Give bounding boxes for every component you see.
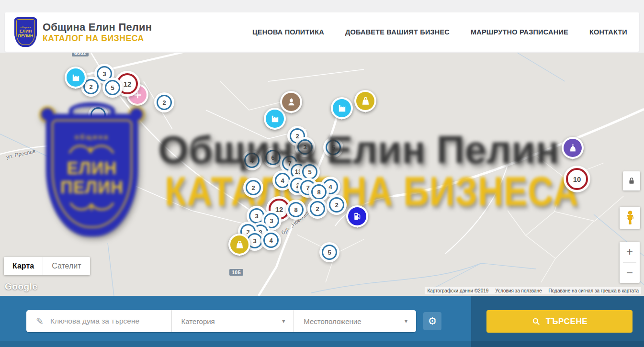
zoom-in-button[interactable]: + <box>620 242 640 262</box>
map-canvas[interactable]: КАТАЛОГ НА БИЗНЕСА Община Елин Пелин общ… <box>0 53 644 296</box>
advanced-settings-button[interactable]: ⚙ <box>423 312 441 330</box>
search-button-label: ТЪРСЕНЕ <box>546 317 588 326</box>
logo-top-text: община <box>20 26 31 29</box>
bag-pin[interactable] <box>354 90 376 112</box>
cluster-marker[interactable]: 2 <box>246 180 261 195</box>
location-select[interactable]: Местоположение ▾ <box>294 310 416 332</box>
crest-name-line2: ПЕЛИН <box>60 178 124 197</box>
street-view-pegman[interactable] <box>620 207 640 229</box>
map-type-control: Карта Сателит <box>4 257 90 275</box>
cluster-marker[interactable]: 2 <box>157 95 172 110</box>
search-fields: ✎ Категория ▾ Местоположение ▾ <box>26 310 416 332</box>
factory-icon <box>67 68 85 87</box>
cluster-marker[interactable]: 2 <box>329 197 344 213</box>
logo-line2: ПЕЛИН <box>18 34 34 38</box>
main-nav: ЦЕНОВА ПОЛИТИКАДОБАВЕТЕ ВАШИЯТ БИЗНЕСМАР… <box>252 28 639 36</box>
pegman-icon <box>624 210 636 225</box>
worker-icon <box>282 93 300 111</box>
fuel-pin[interactable] <box>346 205 368 227</box>
factory-pin[interactable] <box>331 97 353 119</box>
church-icon <box>564 139 582 157</box>
location-value: Местоположение <box>304 317 361 325</box>
search-input[interactable] <box>49 316 171 326</box>
municipality-logo: община ЕЛИН ПЕЛИН <box>14 17 37 47</box>
attribution-item: Картографски данни ©2019 <box>425 287 491 294</box>
church-pin[interactable] <box>562 137 584 159</box>
road-shield-label: 105 <box>229 269 243 276</box>
watermark-title: Община Елин Пелин <box>158 127 559 172</box>
fuel-icon <box>348 207 366 225</box>
pin-body <box>280 91 302 113</box>
category-select[interactable]: Категория ▾ <box>172 310 294 332</box>
bag-icon <box>230 235 249 254</box>
zoom-out-button[interactable]: − <box>620 263 640 283</box>
google-logo[interactable]: Google <box>5 281 37 292</box>
search-icon <box>531 317 541 326</box>
nav-item[interactable]: ДОБАВЕТЕ ВАШИЯТ БИЗНЕС <box>345 28 450 36</box>
cluster-marker[interactable]: 8 <box>288 202 304 217</box>
gear-icon: ⚙ <box>428 315 437 327</box>
worker-pin[interactable] <box>280 91 302 113</box>
map-type-satellite-button[interactable]: Сателит <box>43 257 90 275</box>
lock-button[interactable] <box>623 171 640 190</box>
logo-line1: ЕЛИН <box>20 29 32 34</box>
padlock-icon <box>627 176 636 186</box>
chevron-down-icon: ▾ <box>405 318 407 325</box>
crest-flourish <box>66 143 118 157</box>
search-button[interactable]: ТЪРСЕНЕ <box>486 310 633 333</box>
chevron-down-icon: ▾ <box>282 318 285 325</box>
brand-title: Община Елин Пелин <box>43 22 152 33</box>
crest-name-line1: ЕЛИН <box>67 159 117 178</box>
pin-body <box>562 137 584 159</box>
nav-item[interactable]: ЦЕНОВА ПОЛИТИКА <box>252 28 324 36</box>
category-value: Категория <box>181 317 215 325</box>
cluster-marker[interactable]: 4 <box>275 173 290 188</box>
zoom-control: + − <box>620 242 640 283</box>
watermark-subtitle: КАТАЛОГ НА БИЗНЕСА <box>165 168 579 215</box>
cluster-marker[interactable]: 8 <box>311 184 327 200</box>
header: община ЕЛИН ПЕЛИН Община Елин Пелин КАТА… <box>5 12 639 52</box>
cluster-marker[interactable]: 4 <box>263 233 279 248</box>
brand[interactable]: община ЕЛИН ПЕЛИН Община Елин Пелин КАТА… <box>14 17 152 47</box>
pin-body <box>354 90 376 112</box>
cluster-marker[interactable]: 10 <box>566 168 588 190</box>
pencil-icon: ✎ <box>36 316 44 327</box>
bag-pin[interactable] <box>228 234 250 256</box>
cluster-marker[interactable]: 3 <box>264 213 279 228</box>
pin-body <box>65 67 87 89</box>
cluster-marker[interactable]: 3 <box>97 66 112 81</box>
attribution-item[interactable]: Условия за ползване <box>493 287 544 294</box>
pin-body <box>228 234 250 256</box>
cluster-marker[interactable]: 12 <box>117 73 138 94</box>
search-bar: ✎ Категория ▾ Местоположение ▾ ⚙ ТЪРСЕНЕ <box>0 296 644 347</box>
keyword-field[interactable]: ✎ <box>26 310 171 332</box>
road-shield-label: 6002 <box>72 53 89 56</box>
cluster-marker[interactable]: 2 <box>310 201 325 216</box>
cluster-marker[interactable]: 3 <box>249 208 264 224</box>
map-type-map-button[interactable]: Карта <box>4 257 43 275</box>
crest-top-text: община <box>75 133 109 141</box>
nav-item[interactable]: КОНТАКТИ <box>589 28 627 36</box>
factory-icon <box>333 99 351 117</box>
brand-subtitle: КАТАЛОГ НА БИЗНЕСА <box>43 34 152 43</box>
pin-body <box>331 97 353 119</box>
page-top-strip: община ЕЛИН ПЕЛИН Община Елин Пелин КАТА… <box>0 0 644 53</box>
cluster-marker[interactable]: 5 <box>105 80 120 95</box>
bag-icon <box>356 92 374 110</box>
nav-item[interactable]: МАРШРУТНО РАЗПИСАНИЕ <box>471 28 568 36</box>
pin-body <box>346 205 368 227</box>
attribution-item[interactable]: Подаване на сигнал за грешка в картата <box>546 287 641 294</box>
map-attribution: Картографски данни ©2019Условия за ползв… <box>425 287 641 294</box>
crest-flourish <box>66 199 118 213</box>
cluster-marker[interactable]: 5 <box>322 245 337 260</box>
watermark-crest: община ЕЛИН ПЕЛИН <box>41 106 143 236</box>
factory-pin[interactable] <box>65 67 87 89</box>
